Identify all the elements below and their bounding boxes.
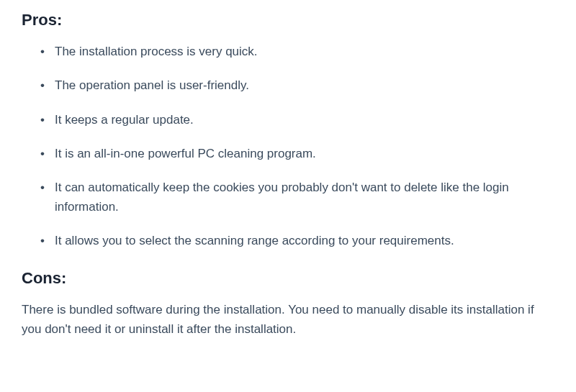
list-item: It can automatically keep the cookies yo…	[35, 178, 554, 216]
pros-list: The installation process is very quick. …	[22, 42, 554, 250]
pros-heading: Pros:	[22, 11, 554, 29]
cons-text: There is bundled software during the ins…	[22, 301, 554, 339]
list-item: It allows you to select the scanning ran…	[35, 232, 554, 250]
cons-heading: Cons:	[22, 269, 554, 288]
list-item: It is an all-in-one powerful PC cleaning…	[35, 145, 554, 163]
list-item: The operation panel is user-friendly.	[35, 76, 554, 95]
list-item: The installation process is very quick.	[35, 42, 554, 61]
list-item: It keeps a regular update.	[35, 111, 554, 129]
